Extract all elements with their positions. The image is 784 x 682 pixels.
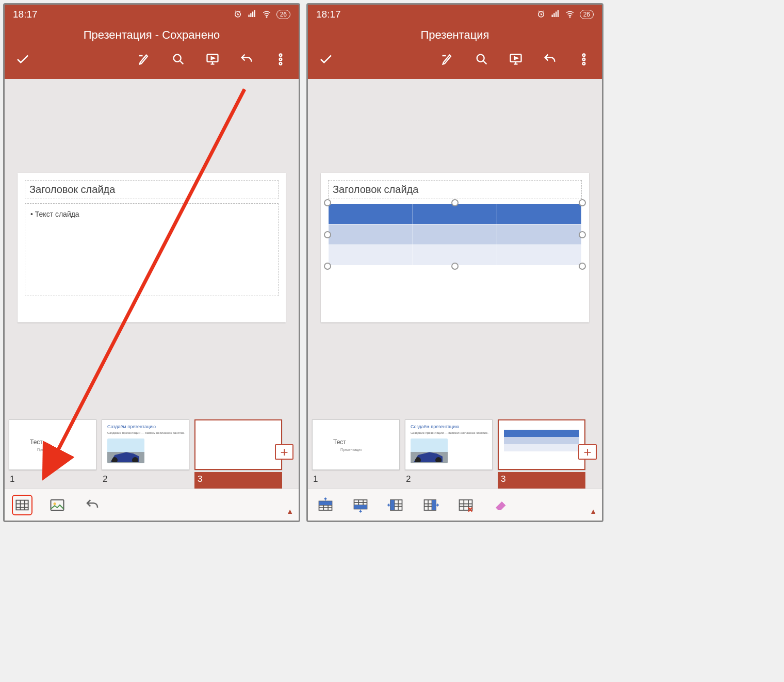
bottom-toolbar: ▲ — [308, 489, 602, 521]
thumbnail-number: 3 — [194, 472, 282, 489]
alarm-icon — [536, 9, 546, 20]
app-toolbar — [5, 46, 299, 79]
done-check-icon[interactable] — [15, 52, 30, 67]
svg-rect-1 — [248, 14, 249, 17]
more-vert-icon[interactable] — [273, 52, 288, 67]
status-time: 18:17 — [13, 9, 38, 20]
battery-badge: 26 — [580, 10, 594, 19]
done-check-icon[interactable] — [318, 52, 334, 67]
signal-icon — [551, 9, 560, 20]
selection-handle[interactable] — [324, 231, 331, 238]
svg-rect-27 — [319, 501, 332, 505]
thumbnail-number: 2 — [102, 472, 189, 489]
more-vert-icon[interactable] — [576, 52, 592, 67]
selection-handle[interactable] — [451, 199, 459, 206]
delete-table-icon[interactable] — [455, 495, 476, 515]
insert-column-left-icon[interactable] — [385, 495, 406, 515]
workspace: Заголовок слайда • Текст слайда Тест Пре… — [5, 79, 299, 521]
svg-rect-29 — [354, 505, 367, 509]
add-slide-button[interactable]: + — [578, 444, 597, 460]
thumbnail-subtitle: Презентация — [340, 448, 362, 451]
present-icon[interactable] — [205, 52, 220, 67]
svg-rect-12 — [51, 500, 64, 510]
insert-row-above-icon[interactable] — [315, 495, 336, 515]
svg-rect-7 — [207, 55, 218, 62]
expand-toolbar-icon[interactable]: ▲ — [286, 507, 293, 515]
eraser-icon[interactable] — [491, 495, 511, 515]
search-icon[interactable] — [171, 52, 186, 67]
thumbnail-table — [504, 430, 579, 451]
table-object[interactable] — [328, 203, 582, 266]
svg-rect-3 — [252, 11, 253, 17]
svg-rect-31 — [390, 500, 395, 510]
app-toolbar — [308, 46, 602, 79]
svg-point-24 — [583, 58, 585, 61]
signal-icon — [248, 9, 257, 20]
svg-rect-11 — [16, 500, 28, 510]
wifi-icon — [565, 9, 575, 20]
svg-rect-22 — [511, 55, 521, 62]
slide-thumbnail-2[interactable]: Создаём презентацию Создание презентации… — [405, 419, 493, 470]
svg-rect-2 — [250, 13, 251, 17]
add-slide-button[interactable]: + — [275, 444, 293, 460]
thumbnail-body: Создание презентации — совсем несложное … — [107, 431, 185, 434]
svg-rect-33 — [432, 500, 436, 510]
undo-icon[interactable] — [542, 52, 558, 67]
svg-rect-19 — [557, 10, 558, 17]
undo-icon[interactable] — [239, 52, 254, 67]
selection-handle[interactable] — [324, 263, 331, 270]
slide-thumbnail-1[interactable]: Тест Презентация — [312, 419, 400, 470]
app-title: Презентация - Сохранено — [5, 24, 299, 46]
insert-column-right-icon[interactable] — [420, 495, 441, 515]
bottom-toolbar: ▲ — [5, 489, 299, 521]
svg-rect-18 — [556, 11, 557, 17]
undo-icon[interactable] — [82, 495, 103, 515]
wifi-icon — [262, 9, 271, 20]
slide-thumbnail-2[interactable]: Создаём презентацию Создание презентации… — [102, 419, 189, 470]
expand-toolbar-icon[interactable]: ▲ — [590, 507, 597, 515]
inserted-table[interactable] — [328, 203, 582, 266]
thumbnail-image — [107, 439, 144, 463]
thumbnail-title: Создаём презентацию — [107, 424, 156, 429]
svg-point-8 — [280, 54, 282, 57]
slide-thumbnail-1[interactable]: Тест Презентация — [9, 419, 96, 470]
slide-thumbnail-3[interactable] — [194, 419, 282, 470]
status-time: 18:17 — [316, 9, 341, 20]
thumbnail-title: Создаём презентацию — [411, 424, 459, 429]
search-icon[interactable] — [474, 52, 489, 67]
battery-badge: 26 — [276, 10, 290, 19]
thumbnail-subtitle: Презентация — [37, 448, 59, 451]
thumbnail-image — [411, 439, 448, 463]
draw-pen-icon[interactable] — [440, 52, 455, 67]
slide-thumbnails: Тест Презентация 1 Создаём презентацию С… — [308, 416, 602, 489]
insert-image-icon[interactable] — [47, 495, 68, 515]
selection-handle[interactable] — [451, 263, 459, 270]
title-placeholder[interactable]: Заголовок слайда — [25, 180, 279, 199]
insert-row-below-icon[interactable] — [350, 495, 371, 515]
phone-screenshot-right: 18:17 26 Презентация — [306, 3, 603, 522]
draw-pen-icon[interactable] — [137, 52, 152, 67]
slide-thumbnails: Тест Презентация 1 Создаём презентацию С… — [5, 416, 299, 489]
thumbnail-number: 2 — [405, 472, 493, 489]
selection-handle[interactable] — [324, 199, 331, 206]
slide-canvas[interactable]: Заголовок слайда • Текст слайда — [18, 173, 286, 322]
slide-thumbnail-3[interactable] — [498, 419, 585, 470]
svg-point-6 — [174, 55, 181, 62]
svg-rect-17 — [553, 13, 554, 17]
selection-handle[interactable] — [579, 263, 586, 270]
selection-handle[interactable] — [579, 199, 586, 206]
svg-point-23 — [583, 54, 585, 57]
title-placeholder[interactable]: Заголовок слайда — [328, 180, 582, 199]
app-title: Презентация — [308, 24, 602, 46]
selection-handle[interactable] — [579, 231, 586, 238]
present-icon[interactable] — [508, 52, 524, 67]
status-bar: 18:17 26 — [308, 5, 602, 24]
insert-table-icon[interactable] — [12, 495, 32, 515]
workspace: Заголовок слайда — [308, 79, 602, 521]
svg-point-25 — [583, 62, 585, 65]
svg-point-21 — [477, 55, 484, 62]
thumbnail-number: 3 — [498, 472, 585, 489]
svg-point-20 — [569, 17, 570, 18]
body-placeholder[interactable]: • Текст слайда — [25, 203, 279, 296]
slide-canvas[interactable]: Заголовок слайда — [321, 173, 589, 322]
